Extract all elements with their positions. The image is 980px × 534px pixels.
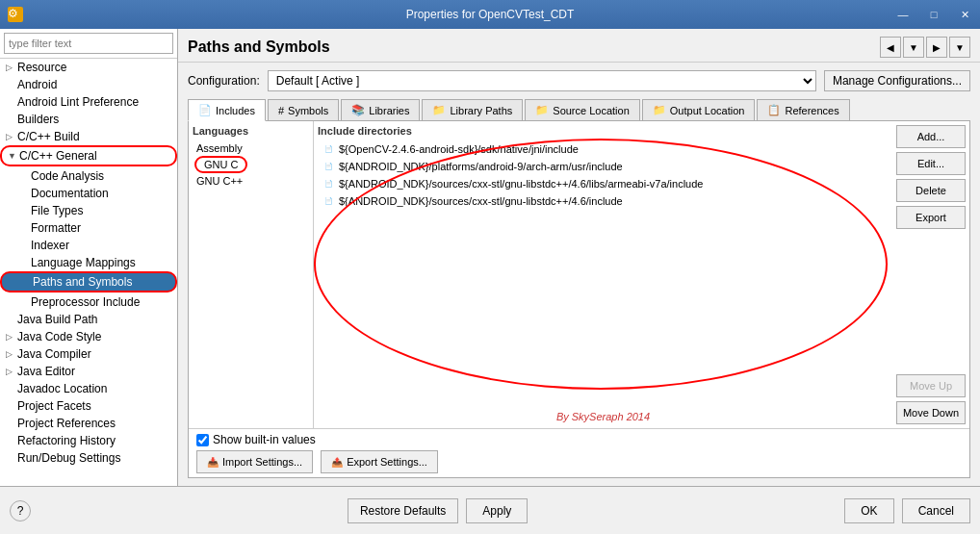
manage-config-button[interactable]: Manage Configurations... [824,70,970,91]
dir-item-3[interactable]: 📄${ANDROID_NDK}/sources/cxx-stl/gnu-libs… [318,192,889,210]
help-button[interactable]: ? [10,500,31,521]
tab-icon-library_paths: 📁 [432,104,446,116]
tree-label-java_code_style: Java Code Style [17,330,101,343]
tree-item-paths_symbols[interactable]: Paths and Symbols [0,271,177,292]
tree-label-android: Android [17,78,57,91]
tree-arrow-resource: ▷ [6,63,17,72]
tree-item-builders[interactable]: Builders [0,111,177,128]
tree-item-android[interactable]: Android [0,76,177,93]
right-panel: Paths and Symbols ◀ ▼ ▶ ▼ Configuration:… [178,29,980,486]
tab-library_paths[interactable]: 📁Library Paths [422,99,523,120]
tree-label-formatter: Formatter [31,221,81,235]
panel-body: Configuration: Default [ Active ] Manage… [178,63,980,486]
tree-item-indexer[interactable]: Indexer [0,237,177,254]
tree-label-java_build: Java Build Path [17,313,97,326]
tree-item-javadoc[interactable]: Javadoc Location [0,380,177,397]
tree-label-refactoring: Refactoring History [17,434,116,447]
main-content: ▷Resource Android Android Lint Preferenc… [0,29,980,486]
tab-includes[interactable]: 📄Includes [188,99,266,121]
export-settings-button[interactable]: 📤 Export Settings... [321,450,438,473]
tree-item-project_facets[interactable]: Project Facets [0,397,177,415]
app-icon: ⚙ [8,7,23,22]
tab-label-symbols: Symbols [288,105,328,116]
tree-item-run_debug[interactable]: Run/Debug Settings [0,449,177,467]
tab-icon-output_location: 📁 [653,104,666,116]
tab-label-references: References [785,105,838,116]
tab-icon-references: 📋 [767,104,781,116]
action-btn-delete[interactable]: Delete [896,179,966,202]
show-builtin-checkbox[interactable] [196,434,209,446]
tree-item-lang_mappings[interactable]: Language Mappings [0,254,177,271]
directories-header: Include directories [318,125,889,137]
file-icon: 📄 [322,142,335,156]
tree-item-java_code_style[interactable]: ▷Java Code Style [0,328,177,345]
lang-item-gnu-c++[interactable]: GNU C++ [193,173,309,189]
tab-references[interactable]: 📋References [757,99,849,120]
tree-item-documentation[interactable]: Documentation [0,185,177,202]
tab-output_location[interactable]: 📁Output Location [642,99,756,120]
show-builtin-row: Show built-in values [196,433,962,446]
tab-label-source_location: Source Location [553,105,630,116]
tab-symbols[interactable]: #Symbols [268,99,339,120]
tree-item-code_analysis[interactable]: Code Analysis [0,167,177,185]
maximize-button[interactable]: □ [918,0,949,29]
action-btn-export[interactable]: Export [896,206,966,229]
action-btn-add---[interactable]: Add... [896,125,966,148]
tree-item-resource[interactable]: ▷Resource [0,59,177,76]
tree-label-resource: Resource [17,61,66,74]
tabs-bar: 📄Includes#Symbols📚Libraries📁Library Path… [188,99,970,121]
close-button[interactable]: ✕ [949,0,980,29]
import-export-row: 📥 Import Settings... 📤 Export Settings..… [196,450,962,473]
tree-item-cpp_general[interactable]: ▼C/C++ General [0,145,177,166]
apply-button[interactable]: Apply [466,498,528,523]
window-title: Properties for OpenCVTest_CDT [406,8,575,21]
tree-item-project_refs[interactable]: Project References [0,415,177,432]
nav-forward-button[interactable]: ▶ [926,37,947,58]
tree-label-javadoc: Javadoc Location [17,382,107,395]
title-bar: ⚙ Properties for OpenCVTest_CDT — □ ✕ [0,0,980,29]
import-settings-button[interactable]: 📥 Import Settings... [196,450,313,473]
dir-item-0[interactable]: 📄${OpenCV-2.4.6-android-sdk}/sdk/native/… [318,140,889,158]
action-btn-move-down[interactable]: Move Down [896,401,966,424]
dir-path-0: ${OpenCV-2.4.6-android-sdk}/sdk/native/j… [339,143,579,155]
config-label: Configuration: [188,74,260,88]
dialog-footer: ? Restore Defaults Apply OK Cancel [0,486,980,534]
tree-item-android_lint[interactable]: Android Lint Preference [0,93,177,111]
tree-item-formatter[interactable]: Formatter [0,219,177,237]
config-select[interactable]: Default [ Active ] [268,70,816,91]
search-input[interactable] [4,33,173,54]
cancel-button[interactable]: Cancel [902,498,970,523]
show-builtin-label: Show built-in values [213,433,316,446]
tree-item-file_types[interactable]: File Types [0,202,177,219]
tree-label-lang_mappings: Language Mappings [31,256,136,269]
tree-item-preprocessor[interactable]: Preprocessor Include [0,293,177,311]
ok-button[interactable]: OK [844,498,893,523]
dir-item-2[interactable]: 📄${ANDROID_NDK}/sources/cxx-stl/gnu-libs… [318,175,889,192]
minimize-button[interactable]: — [888,0,918,29]
tree-item-cpp_build[interactable]: ▷C/C++ Build [0,128,177,145]
dir-path-1: ${ANDROID_NDK}/platforms/android-9/arch-… [339,161,623,172]
lang-item-assembly[interactable]: Assembly [193,140,309,156]
export-icon: 📤 [331,457,343,468]
footer-left: ? [10,500,31,521]
tree-item-refactoring[interactable]: Refactoring History [0,432,177,449]
directories-panel: Include directories 📄${OpenCV-2.4.6-andr… [314,121,892,428]
tree-label-file_types: File Types [31,204,83,217]
restore-defaults-button[interactable]: Restore Defaults [348,498,458,523]
action-btn-edit---[interactable]: Edit... [896,152,966,175]
includes-content: Languages AssemblyGNU CGNU C++ Include d… [189,121,969,428]
nav-back-button[interactable]: ◀ [880,37,901,58]
dir-item-1[interactable]: 📄${ANDROID_NDK}/platforms/android-9/arch… [318,158,889,175]
tree-item-java_editor[interactable]: ▷Java Editor [0,363,177,380]
tab-libraries[interactable]: 📚Libraries [341,99,420,120]
tree-label-builders: Builders [17,113,59,126]
tree-label-android_lint: Android Lint Preference [17,95,139,109]
action-btn-move-up[interactable]: Move Up [896,374,966,397]
lang-item-gnu-c[interactable]: GNU C [194,156,247,173]
tree-item-java_compiler[interactable]: ▷Java Compiler [0,345,177,363]
nav-dropdown-button[interactable]: ▼ [903,37,924,58]
nav-menu-button[interactable]: ▼ [949,37,970,58]
filter-box [0,29,177,59]
tree-item-java_build[interactable]: Java Build Path [0,311,177,328]
tab-source_location[interactable]: 📁Source Location [525,99,640,120]
